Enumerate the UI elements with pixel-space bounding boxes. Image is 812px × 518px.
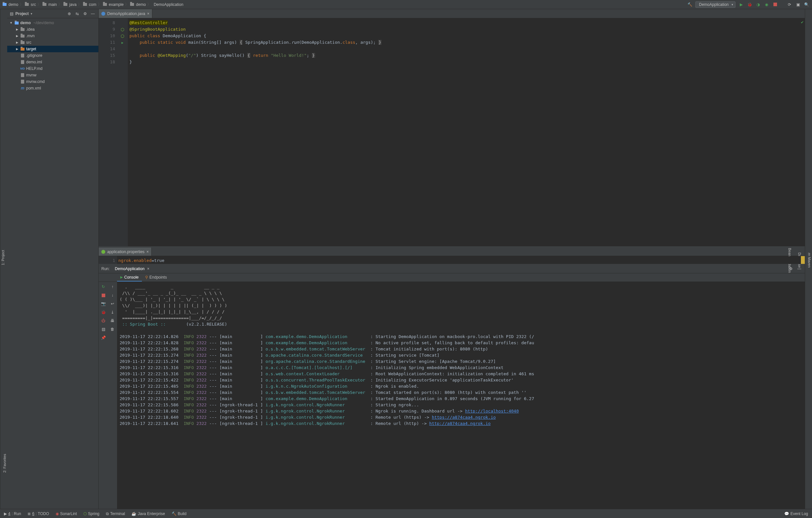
gutter-icons: ⬡⬡▶ — [117, 18, 128, 246]
up-icon[interactable]: ↑ — [110, 284, 115, 290]
status-item[interactable]: ≣ 6: TODO — [27, 512, 49, 516]
run-tab[interactable]: ▶Console — [117, 273, 142, 281]
gutter-icon-slot[interactable]: ⬡ — [117, 26, 128, 33]
search-icon[interactable]: 🔍 — [804, 2, 809, 7]
twisty-icon[interactable]: ▼ — [9, 21, 13, 25]
tree-row[interactable]: .gitignore — [7, 52, 98, 59]
event-log-button[interactable]: 💬 Event Log — [784, 512, 808, 516]
code-line[interactable]: public class DemoApplication { — [129, 33, 805, 39]
chevron-right-icon: 〉 — [37, 2, 41, 7]
project-title[interactable]: Project — [16, 11, 29, 16]
tree-row[interactable]: ▶.idea — [7, 26, 98, 33]
chevron-down-icon[interactable]: ▾ — [31, 12, 32, 16]
breadcrumb-item[interactable]: java — [63, 2, 77, 7]
twisty-icon[interactable]: ▶ — [15, 41, 19, 44]
status-item[interactable]: 🔨 Build — [172, 512, 187, 516]
expand-icon[interactable]: ⇆ — [74, 11, 80, 17]
tree-row[interactable]: mvnw.cmd — [7, 79, 98, 85]
gear-icon[interactable]: ⚙ — [82, 11, 88, 17]
spring-boot-line: :: Spring Boot :: (v2.2.1.RELEASE) — [120, 321, 802, 327]
code-area[interactable]: @RestController@SpringBootApplicationpub… — [128, 18, 805, 246]
editor-tab-properties[interactable]: application.properties × — [99, 248, 152, 256]
status-item[interactable]: ⧉ Terminal — [106, 512, 125, 516]
code-line[interactable]: } — [129, 59, 805, 65]
run-icon[interactable]: ▶ — [738, 2, 744, 7]
twisty-icon[interactable]: ▶ — [15, 28, 19, 31]
console-output[interactable]: . ____ _ __ _ _ /\\ / ___'_ __ _ _(_)_ _… — [117, 282, 805, 509]
status-item[interactable]: ◉ SonarLint — [56, 512, 77, 516]
stop-icon[interactable] — [772, 2, 778, 7]
status-item[interactable]: ▶ 4: Run — [4, 512, 21, 516]
rail-tab-favorites[interactable]: 2: Favorites — [2, 452, 7, 474]
breadcrumb-item[interactable]: main — [42, 2, 57, 7]
trash-icon[interactable]: 🗑 — [110, 326, 115, 332]
twisty-icon[interactable]: ▶ — [15, 34, 19, 37]
breadcrumb-item[interactable]: DemoApplication — [152, 2, 183, 7]
project-tree[interactable]: ▼ demo ~/dev/demo ▶.idea▶.mvn▶src▶target… — [7, 18, 98, 509]
file-icon — [20, 54, 25, 58]
code-line[interactable]: @RestController — [129, 20, 805, 26]
tree-row[interactable]: demo.iml — [7, 59, 98, 65]
status-item[interactable]: ⬡ Spring — [83, 512, 99, 516]
run-tab-label: Console — [124, 275, 139, 280]
spring-bean-icon[interactable]: ⬡ — [121, 34, 124, 38]
camera-icon[interactable]: 📷 — [100, 301, 106, 307]
layout-icon[interactable]: ▤ — [100, 326, 106, 332]
breadcrumb-item[interactable]: src — [25, 2, 36, 7]
properties-editor[interactable]: 1 ngrok.enabled=true — [99, 256, 805, 264]
log-link[interactable]: http://localhost:4040 — [465, 408, 519, 414]
code-line[interactable]: public static void main(String[] args) {… — [129, 39, 805, 46]
run-line-icon[interactable]: ▶ — [121, 41, 123, 44]
print-icon[interactable]: 🖶 — [110, 318, 115, 324]
run-tab[interactable]: ⚲Endpoints — [142, 273, 170, 281]
tree-root[interactable]: ▼ demo ~/dev/demo — [7, 20, 98, 26]
debug-icon[interactable]: 🐞 — [747, 2, 753, 7]
close-icon[interactable]: × — [146, 249, 149, 254]
code-line[interactable] — [129, 46, 805, 52]
log-link[interactable]: https://a874caa4.ngrok.io — [432, 415, 496, 420]
rerun-icon[interactable]: ↻ — [100, 284, 106, 290]
twisty-icon[interactable]: ▶ — [15, 48, 19, 51]
status-item[interactable]: ☕ Java Enterprise — [132, 512, 165, 516]
log-link[interactable]: http://a874caa4.ngrok.io — [429, 421, 491, 426]
rail-tab-project[interactable]: 1: Project — [0, 249, 5, 267]
close-icon[interactable]: × — [147, 11, 149, 16]
down-icon[interactable]: ↓ — [110, 292, 115, 298]
code-line[interactable]: public @GetMapping("/") String sayHello(… — [129, 52, 805, 59]
wrap-icon[interactable]: ↩ — [110, 301, 115, 307]
breadcrumb-item[interactable]: com — [83, 2, 96, 7]
code-editor[interactable]: 891011141518 ⬡⬡▶ @RestController@SpringB… — [99, 18, 805, 246]
tree-row[interactable]: MDHELP.md — [7, 65, 98, 72]
tree-row[interactable]: ▶.mvn — [7, 33, 98, 39]
rail-tab-maven[interactable]: m Maven — [807, 251, 812, 269]
gutter-icon-slot[interactable]: ⬡ — [117, 33, 128, 39]
close-icon[interactable]: × — [147, 267, 149, 271]
exit-icon[interactable]: ⏻ — [100, 318, 106, 324]
tree-row[interactable]: ▶src — [7, 39, 98, 46]
terminal-icon[interactable]: ▣ — [795, 2, 801, 7]
vcs-update-icon[interactable]: ⟳ — [786, 2, 792, 7]
spring-bean-icon[interactable]: ⬡ — [121, 27, 124, 32]
hide-icon[interactable]: — — [90, 11, 96, 17]
code-line[interactable]: @SpringBootApplication — [129, 26, 805, 33]
bug-icon[interactable]: 🐞 — [100, 309, 106, 315]
scroll-icon[interactable]: ⤓ — [110, 309, 115, 315]
tree-label: mvnw — [26, 73, 36, 78]
tree-row[interactable]: mpom.xml — [7, 85, 98, 91]
tree-row[interactable]: mvnw — [7, 72, 98, 79]
gutter-icon-slot[interactable]: ▶ — [117, 39, 128, 46]
pin-icon[interactable]: 📌 — [100, 335, 106, 341]
breadcrumb-item[interactable]: demo — [3, 2, 18, 7]
build-icon[interactable]: 🔨 — [687, 2, 693, 7]
coverage-icon[interactable]: ◑ — [755, 2, 761, 7]
locate-icon[interactable]: ⊕ — [66, 11, 72, 17]
run-config-select[interactable]: DemoApplication ▾ — [695, 1, 735, 8]
sonarlint-icon: ◉ — [56, 512, 59, 516]
profile-icon[interactable]: ◉ — [764, 2, 770, 7]
breadcrumb-item[interactable]: demo — [130, 2, 146, 7]
breadcrumb-item[interactable]: example — [103, 2, 123, 7]
editor-tab-demoapplication[interactable]: DemoApplication.java × — [99, 9, 152, 18]
stop-icon[interactable] — [100, 292, 106, 298]
tree-row[interactable]: ▶target — [7, 46, 98, 52]
prop-code[interactable]: ngrok.enabled=true — [117, 256, 805, 264]
